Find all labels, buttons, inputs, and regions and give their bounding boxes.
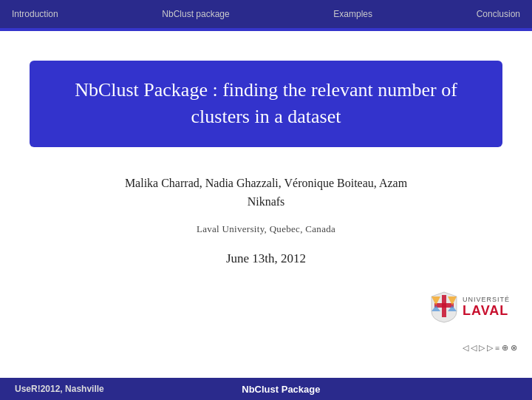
footer-bar: UseR!2012, Nashville NbClust Package — [0, 378, 532, 400]
svg-rect-1 — [434, 303, 454, 308]
slide-title: NbClust Package : finding the relevant n… — [59, 77, 473, 131]
authors: Malika Charrad, Nadia Ghazzali, Véroniqu… — [125, 174, 407, 211]
laval-shield-icon — [430, 291, 458, 323]
nav-nbclust[interactable]: NbClust package — [162, 9, 229, 19]
top-navigation: Introduction NbClust package Examples Co… — [0, 0, 532, 28]
nav-menu-icon[interactable]: ≡ — [495, 344, 499, 353]
presentation-date: June 13th, 2012 — [226, 251, 306, 266]
nav-close-icon[interactable]: ⊗ — [511, 343, 517, 353]
nav-prev-icon[interactable]: ▷ — [479, 343, 485, 353]
nav-left-icon[interactable]: ◁ — [463, 343, 468, 353]
title-box: NbClust Package : finding the relevant n… — [30, 61, 502, 147]
nav-left2-icon[interactable]: ◁ — [471, 343, 477, 353]
university-logo: Université LAVAL — [430, 291, 510, 323]
university-label: Université — [463, 296, 510, 303]
footer-title: NbClust Package — [242, 384, 320, 395]
nav-zoom-icon[interactable]: ⊕ — [502, 343, 508, 353]
institution: Laval University, Quebec, Canada — [197, 223, 335, 235]
slide-content: NbClust Package : finding the relevant n… — [0, 31, 532, 367]
nav-conclusion[interactable]: Conclusion — [477, 9, 520, 19]
nav-next-icon[interactable]: ▷ — [487, 343, 493, 353]
logo-text: Université LAVAL — [463, 296, 510, 319]
footer-event: UseR!2012, Nashville — [15, 384, 104, 394]
nav-introduction[interactable]: Introduction — [12, 9, 58, 19]
slide-navigation[interactable]: ◁ ◁ ▷ ▷ ≡ ⊕ ⊗ — [463, 343, 517, 353]
university-name: LAVAL — [463, 303, 508, 319]
nav-examples[interactable]: Examples — [333, 9, 372, 19]
